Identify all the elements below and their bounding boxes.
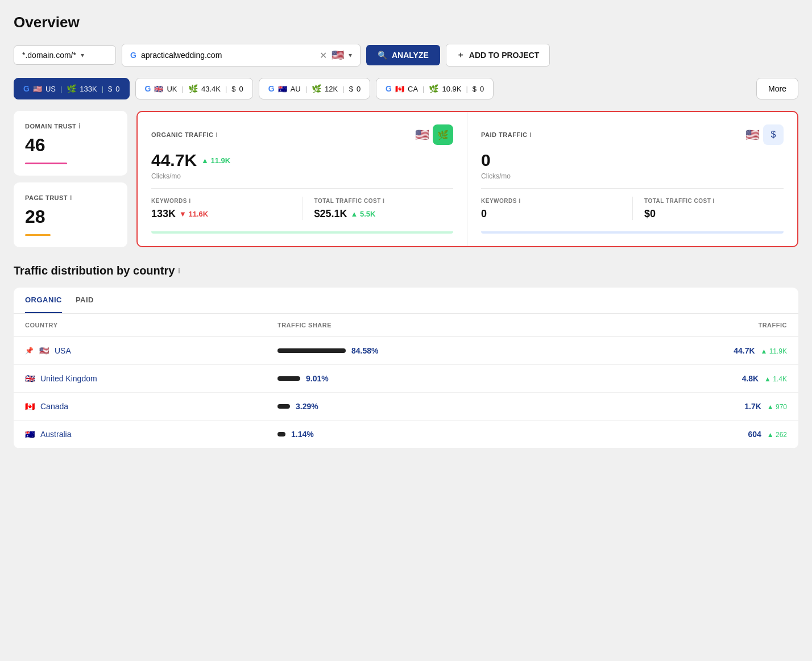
organic-flag-icon: 🇺🇸 (415, 128, 429, 142)
country-flag: 🇨🇦 (25, 402, 35, 411)
keywords-trend: ▼ 11.6K (179, 210, 208, 218)
more-button[interactable]: More (756, 78, 798, 99)
add-project-button[interactable]: ＋ ADD TO PROJECT (446, 44, 550, 66)
country-tabs: G 🇺🇸 US | 🌿 133K | $ 0 G 🇬🇧 UK | 🌿 43.4K… (14, 78, 798, 99)
country-link[interactable]: USA (55, 346, 71, 355)
code-uk: UK (167, 85, 177, 93)
main-grid: DOMAIN TRUST i 46 PAGE TRUST i 28 ORGANI… (14, 111, 798, 247)
dist-tab-paid[interactable]: PAID (76, 288, 94, 313)
analyze-button[interactable]: 🔍 ANALYZE (366, 45, 440, 65)
paid-sub-label: Clicks/mo (481, 172, 784, 189)
domain-trust-card: DOMAIN TRUST i 46 (14, 111, 127, 176)
domain-trust-info-icon[interactable]: i (78, 122, 81, 130)
organic-trend: ▲ 11.9K (201, 156, 230, 165)
country-tab-uk[interactable]: G 🇬🇧 UK | 🌿 43.4K | $ 0 (135, 78, 253, 99)
code-us: US (45, 85, 56, 93)
traffic-value-cell: 604 ▲ 262 (595, 421, 798, 448)
traffic-value-cell: 44.7K ▲ 11.9K (595, 337, 798, 365)
paid-traffic-panel: PAID TRAFFIC i 🇺🇸 $ 0 Clicks/mo KEYWORDS… (467, 112, 797, 246)
traffic-bar (277, 432, 285, 436)
country-link[interactable]: United Kingdom (40, 374, 97, 383)
country-flag: 🇺🇸 (39, 346, 49, 355)
country-tab-ca[interactable]: G 🇨🇦 CA | 🌿 10.9K | $ 0 (376, 78, 494, 99)
organic-au: 12K (325, 85, 338, 93)
organic-bottom-bar (151, 231, 453, 234)
dist-tab-organic[interactable]: ORGANIC (25, 288, 62, 313)
traffic-share-cell: 1.14% (266, 421, 595, 448)
table-row: 📌 🇺🇸 USA 84.58% 44.7K ▲ 11.9K (14, 337, 798, 365)
paid-keywords-metric: KEYWORDS i 0 (481, 197, 632, 220)
paid-bottom-bar (481, 231, 784, 234)
country-flag-icon: 🇺🇸 (332, 49, 344, 61)
page-trust-label: PAGE TRUST i (25, 194, 116, 202)
organic-main-value: 44.7K ▲ 11.9K (151, 151, 453, 170)
traffic-trend: ▲ 11.9K (760, 347, 787, 355)
organic-info-icon[interactable]: i (216, 131, 218, 139)
traffic-value: 604 (748, 430, 761, 439)
paid-icon-us: $ (108, 85, 112, 93)
page-title: Overview (14, 14, 798, 31)
search-input[interactable] (141, 51, 315, 60)
paid-panel-header: PAID TRAFFIC i 🇺🇸 $ (481, 124, 784, 145)
country-link[interactable]: Canada (40, 402, 68, 411)
keywords-info-icon[interactable]: i (189, 197, 191, 205)
flag-au: 🇦🇺 (278, 85, 287, 93)
add-project-label: ADD TO PROJECT (469, 51, 539, 60)
section-info-icon[interactable]: i (178, 267, 180, 275)
paid-us: 0 (115, 85, 119, 93)
domain-trust-label: DOMAIN TRUST i (25, 122, 116, 130)
country-flag: 🇬🇧 (25, 374, 35, 383)
google-icon-uk: G (145, 84, 151, 93)
code-au: AU (291, 85, 301, 93)
col-traffic: TRAFFIC (595, 314, 798, 337)
organic-icon-uk: 🌿 (188, 84, 198, 93)
page-trust-info-icon[interactable]: i (70, 194, 72, 202)
paid-dollar-icon[interactable]: $ (763, 124, 784, 145)
country-tab-us[interactable]: G 🇺🇸 US | 🌿 133K | $ 0 (14, 78, 130, 99)
organic-leaf-icon[interactable]: 🌿 (433, 124, 453, 145)
traffic-panels: ORGANIC TRAFFIC i 🇺🇸 🌿 44.7K ▲ 11.9K Cli… (136, 111, 798, 247)
table-row: 🇨🇦 Canada 3.29% 1.7K ▲ 970 (14, 393, 798, 421)
paid-ca: 0 (480, 85, 484, 93)
paid-info-icon[interactable]: i (530, 131, 532, 139)
traffic-share-cell: 9.01% (266, 365, 595, 393)
country-link[interactable]: Australia (40, 430, 71, 439)
traffic-trend: ▲ 1.4K (764, 375, 787, 383)
paid-cost-info-icon[interactable]: i (712, 197, 715, 205)
flag-chevron-icon: ▾ (349, 51, 352, 59)
organic-keywords-metric: KEYWORDS i 133K ▼ 11.6K (151, 197, 303, 220)
top-bar: *.domain.com/* ▾ G ✕ 🇺🇸 ▾ 🔍 ANALYZE ＋ AD… (14, 44, 798, 66)
traffic-value-cell: 1.7K ▲ 970 (595, 393, 798, 421)
organic-icon-us: 🌿 (67, 84, 76, 93)
traffic-bar (277, 404, 290, 409)
distribution-table: COUNTRY TRAFFIC SHARE TRAFFIC 📌 🇺🇸 USA 8… (14, 314, 798, 448)
domain-select-value: *.domain.com/* (22, 51, 76, 60)
traffic-bar (277, 376, 300, 381)
country-flag: 🇦🇺 (25, 430, 35, 439)
paid-icon-uk: $ (231, 85, 235, 93)
country-cell: 🇬🇧 United Kingdom (14, 365, 266, 393)
traffic-value: 1.7K (744, 402, 761, 411)
code-ca: CA (408, 85, 418, 93)
domain-select[interactable]: *.domain.com/* ▾ (14, 45, 116, 65)
cost-info-icon[interactable]: i (383, 197, 385, 205)
traffic-value: 4.8K (742, 374, 759, 383)
domain-trust-value: 46 (25, 135, 116, 156)
paid-icon-ca: $ (473, 85, 477, 93)
paid-icon-au: $ (349, 85, 353, 93)
paid-panel-icons: 🇺🇸 $ (745, 124, 784, 145)
paid-keywords-info-icon[interactable]: i (519, 197, 521, 205)
organic-us: 133K (80, 85, 97, 93)
search-bar: G ✕ 🇺🇸 ▾ (122, 44, 361, 66)
country-tab-au[interactable]: G 🇦🇺 AU | 🌿 12K | $ 0 (259, 78, 370, 99)
country-cell: 🇦🇺 Australia (14, 421, 266, 448)
traffic-pct: 9.01% (306, 374, 329, 383)
organic-uk: 43.4K (201, 85, 221, 93)
traffic-pct: 3.29% (296, 402, 318, 411)
section-title: Traffic distribution by country i (14, 264, 798, 277)
paid-flag-icon: 🇺🇸 (745, 128, 760, 142)
organic-sub-label: Clicks/mo (151, 172, 453, 189)
google-icon-us: G (23, 84, 30, 93)
page-trust-card: PAGE TRUST i 28 (14, 182, 127, 247)
clear-icon[interactable]: ✕ (320, 50, 327, 61)
